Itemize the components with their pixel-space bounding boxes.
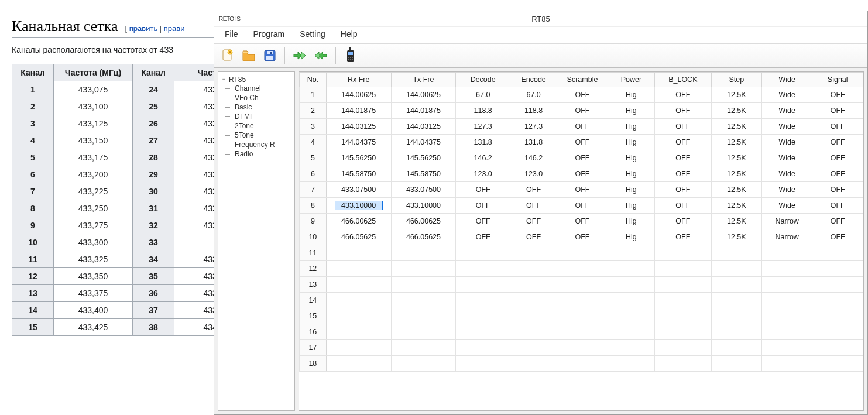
grid-rowheader[interactable]: 5 xyxy=(300,150,327,166)
grid-cell-wide[interactable]: Wide xyxy=(762,135,812,150)
grid-cell-scr[interactable]: OFF xyxy=(557,166,608,182)
grid-cell-rx[interactable]: 145.56250 xyxy=(326,150,391,166)
grid-cell-dec[interactable] xyxy=(456,356,510,372)
grid-rowheader[interactable]: 3 xyxy=(300,119,327,135)
grid-row[interactable]: 3144.03125144.03125127.3127.3OFFHigOFF12… xyxy=(300,119,863,135)
grid-cell-tx[interactable]: 145.56250 xyxy=(391,150,456,166)
grid-cell-scr[interactable]: OFF xyxy=(557,135,608,150)
menu-help[interactable]: Help xyxy=(341,29,358,39)
tree-item-dtmf[interactable]: DTMF xyxy=(225,112,293,121)
grid-cell-sig[interactable] xyxy=(812,340,863,356)
grid-cell-dec[interactable] xyxy=(456,277,510,293)
grid-cell-dec[interactable] xyxy=(456,245,510,261)
grid-cell-blk[interactable] xyxy=(655,324,712,340)
grid-cell-step[interactable] xyxy=(711,245,761,261)
grid-cell-enc[interactable]: 146.2 xyxy=(510,150,557,166)
grid-cell-enc[interactable] xyxy=(510,356,557,372)
grid-cell-tx[interactable]: 466.05625 xyxy=(391,229,456,245)
grid-cell-enc[interactable] xyxy=(510,245,557,261)
grid-cell-step[interactable]: 12.5K xyxy=(711,150,761,166)
grid-cell-scr[interactable] xyxy=(557,324,608,340)
grid-cell-sig[interactable]: OFF xyxy=(812,198,863,214)
grid-cell-rx[interactable]: 433.10000 xyxy=(326,198,391,214)
grid-row[interactable]: 10466.05625466.05625OFFOFFOFFHigOFF12.5K… xyxy=(300,229,863,245)
grid-cell-tx[interactable]: 144.04375 xyxy=(391,135,456,150)
grid-cell-rx[interactable]: 144.04375 xyxy=(326,135,391,150)
grid-cell-scr[interactable]: OFF xyxy=(557,198,608,214)
grid-row[interactable]: 9466.00625466.00625OFFOFFOFFHigOFF12.5KN… xyxy=(300,214,863,229)
grid-cell-sig[interactable]: OFF xyxy=(812,214,863,229)
tree-item-vfo-ch[interactable]: VFo Ch xyxy=(225,93,293,102)
grid-cell-wide[interactable] xyxy=(762,277,812,293)
grid-cell-pow[interactable] xyxy=(608,245,654,261)
grid-cell-sig[interactable]: OFF xyxy=(812,229,863,245)
grid-cell-wide[interactable]: Wide xyxy=(762,119,812,135)
grid-cell-enc[interactable] xyxy=(510,293,557,308)
grid-cell-dec[interactable] xyxy=(456,340,510,356)
grid-cell-pow[interactable]: Hig xyxy=(608,214,654,229)
grid-cell-dec[interactable]: 146.2 xyxy=(456,150,510,166)
grid-row[interactable]: 15 xyxy=(300,308,863,324)
grid-cell-tx[interactable]: 144.00625 xyxy=(391,87,456,103)
grid-cell-blk[interactable] xyxy=(655,356,712,372)
grid-cell-pow[interactable]: Hig xyxy=(608,87,654,103)
grid-cell-blk[interactable] xyxy=(655,293,712,308)
tree-root[interactable]: − RT85 xyxy=(219,76,293,84)
grid-cell-dec[interactable] xyxy=(456,308,510,324)
grid-row[interactable]: 11 xyxy=(300,245,863,261)
grid-cell-scr[interactable]: OFF xyxy=(557,229,608,245)
grid-cell-pow[interactable]: Hig xyxy=(608,103,654,119)
grid-cell-step[interactable]: 12.5K xyxy=(711,198,761,214)
grid-cell-tx[interactable] xyxy=(391,293,456,308)
grid-cell-sig[interactable]: OFF xyxy=(812,135,863,150)
tree-item-5tone[interactable]: 5Tone xyxy=(225,131,293,140)
grid-cell-step[interactable]: 12.5K xyxy=(711,166,761,182)
grid-cell-sig[interactable] xyxy=(812,308,863,324)
grid-cell-scr[interactable] xyxy=(557,245,608,261)
grid-cell-step[interactable] xyxy=(711,293,761,308)
grid-cell-rx[interactable] xyxy=(326,324,391,340)
grid-cell-scr[interactable] xyxy=(557,277,608,293)
grid-cell-scr[interactable] xyxy=(557,340,608,356)
grid-cell-rx[interactable] xyxy=(326,293,391,308)
grid-cell-step[interactable] xyxy=(711,340,761,356)
grid-row[interactable]: 16 xyxy=(300,324,863,340)
grid-rowheader[interactable]: 12 xyxy=(300,261,327,277)
grid-cell-scr[interactable]: OFF xyxy=(557,87,608,103)
grid-cell-scr[interactable]: OFF xyxy=(557,214,608,229)
grid-cell-sig[interactable]: OFF xyxy=(812,150,863,166)
grid-cell-dec[interactable]: 131.8 xyxy=(456,135,510,150)
grid-cell-rx[interactable]: 466.05625 xyxy=(326,229,391,245)
grid-cell-tx[interactable]: 144.03125 xyxy=(391,119,456,135)
grid-cell-sig[interactable] xyxy=(812,324,863,340)
grid-cell-wide[interactable] xyxy=(762,308,812,324)
grid-cell-dec[interactable]: 67.0 xyxy=(456,87,510,103)
grid-cell-enc[interactable] xyxy=(510,340,557,356)
grid-cell-step[interactable] xyxy=(711,261,761,277)
grid-cell-sig[interactable]: OFF xyxy=(812,103,863,119)
grid-cell-pow[interactable] xyxy=(608,356,654,372)
grid-cell-blk[interactable] xyxy=(655,308,712,324)
tree-collapse-icon[interactable]: − xyxy=(221,77,227,83)
grid-header-scr[interactable]: Scramble xyxy=(557,73,608,87)
grid-rowheader[interactable]: 2 xyxy=(300,103,327,119)
grid-header-dec[interactable]: Decode xyxy=(456,73,510,87)
grid-cell-rx[interactable]: 144.01875 xyxy=(326,103,391,119)
grid-cell-step[interactable] xyxy=(711,277,761,293)
grid-cell-tx[interactable] xyxy=(391,277,456,293)
grid-cell-rx[interactable] xyxy=(326,308,391,324)
grid-cell-step[interactable]: 12.5K xyxy=(711,87,761,103)
grid-cell-rx[interactable]: 145.58750 xyxy=(326,166,391,182)
grid-cell-tx[interactable] xyxy=(391,245,456,261)
grid-cell-wide[interactable]: Wide xyxy=(762,87,812,103)
grid-cell-blk[interactable]: OFF xyxy=(655,166,712,182)
grid-header-wide[interactable]: Wide xyxy=(762,73,812,87)
grid-cell-rx[interactable] xyxy=(326,245,391,261)
grid-rowheader[interactable]: 14 xyxy=(300,293,327,308)
grid-row[interactable]: 17 xyxy=(300,340,863,356)
grid-cell-tx[interactable] xyxy=(391,340,456,356)
grid-cell-tx[interactable] xyxy=(391,356,456,372)
grid-cell-scr[interactable] xyxy=(557,293,608,308)
new-file-icon[interactable] xyxy=(218,46,238,65)
grid-row[interactable]: 8433.10000433.10000OFFOFFOFFHigOFF12.5KW… xyxy=(300,198,863,214)
